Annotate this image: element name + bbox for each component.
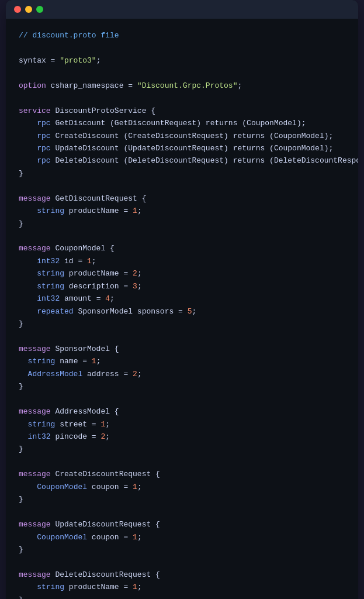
- blank-10: [19, 556, 345, 568]
- field-address: AddressModel address = 2;: [19, 368, 345, 380]
- file-comment: // discount.proto file: [19, 29, 345, 42]
- code-editor: // discount.proto file syntax = "proto3"…: [6, 19, 358, 599]
- blank-7: [19, 393, 345, 405]
- rpc-create: rpc CreateDiscount (CreateDiscountReques…: [19, 130, 345, 142]
- window-titlebar: [6, 0, 358, 19]
- msg-sponsor-open: message SponsorModel {: [19, 343, 345, 355]
- blank-6: [19, 331, 345, 343]
- blank-2: [19, 67, 345, 79]
- blank-4: [19, 180, 345, 192]
- blank-9: [19, 506, 345, 518]
- rpc-get: rpc GetDiscount (GetDiscountRequest) ret…: [19, 117, 345, 129]
- msg-update-req-close: }: [19, 543, 345, 556]
- msg-create-req-open: message CreateDiscountRequest {: [19, 468, 345, 480]
- msg-get-discount-close: }: [19, 218, 345, 230]
- blank-3: [19, 92, 345, 104]
- field-amount: int32 amount = 4;: [19, 292, 345, 305]
- msg-update-req-open: message UpdateDiscountRequest {: [19, 518, 345, 531]
- msg-create-req-close: }: [19, 493, 345, 505]
- minimize-dot[interactable]: [25, 6, 32, 13]
- msg-coupon-close: }: [19, 318, 345, 330]
- blank-8: [19, 456, 345, 468]
- msg-address-open: message AddressModel {: [19, 405, 345, 418]
- blank-5: [19, 230, 345, 242]
- field-street: string street = 1;: [19, 418, 345, 431]
- rpc-delete: rpc DeleteDiscount (DeleteDiscountReques…: [19, 154, 345, 167]
- field-pincode: int32 pincode = 2;: [19, 431, 345, 443]
- field-name: string name = 1;: [19, 355, 345, 367]
- blank-1: [19, 42, 345, 54]
- field-product-name-2: string productName = 2;: [19, 267, 345, 280]
- msg-coupon-open: message CouponModel {: [19, 242, 345, 254]
- option-line: option csharp_namespace = "Discount.Grpc…: [19, 80, 345, 92]
- syntax-line: syntax = "proto3";: [19, 54, 345, 67]
- code-window: // discount.proto file syntax = "proto3"…: [6, 0, 358, 599]
- msg-delete-req-close: }: [19, 594, 345, 599]
- service-close: }: [19, 167, 345, 180]
- field-sponsors: repeated SponsorModel sponsors = 5;: [19, 305, 345, 318]
- field-product-name-1: string productName = 1;: [19, 205, 345, 217]
- field-coupon-2: CouponModel coupon = 1;: [19, 531, 345, 543]
- maximize-dot[interactable]: [36, 6, 43, 13]
- field-product-name-3: string productName = 1;: [19, 581, 345, 593]
- field-id: int32 id = 1;: [19, 255, 345, 267]
- field-coupon-1: CouponModel coupon = 1;: [19, 481, 345, 493]
- msg-sponsor-close: }: [19, 380, 345, 393]
- close-dot[interactable]: [14, 6, 21, 13]
- msg-get-discount-open: message GetDiscountRequest {: [19, 192, 345, 205]
- msg-address-close: }: [19, 443, 345, 455]
- service-open: service DiscountProtoService {: [19, 105, 345, 117]
- msg-delete-req-open: message DeleteDiscountRequest {: [19, 569, 345, 581]
- rpc-update: rpc UpdateDiscount (UpdateDiscountReques…: [19, 142, 345, 154]
- field-description: string description = 3;: [19, 280, 345, 292]
